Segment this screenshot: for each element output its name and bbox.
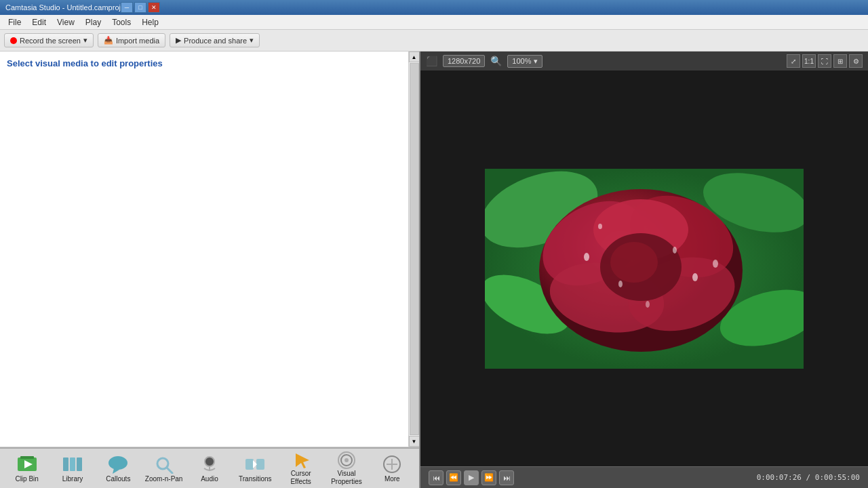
visual-properties-icon — [336, 451, 357, 470]
tool-transitions[interactable]: Transitions — [234, 451, 277, 486]
library-label: Library — [62, 475, 83, 483]
properties-area: Select visual media to edit properties ▲… — [0, 52, 419, 447]
svg-rect-12 — [245, 459, 254, 470]
visual-properties-label: Visual Properties — [326, 470, 366, 486]
produce-icon: ▶ — [176, 36, 181, 45]
preview-zoom-select[interactable]: 100% ▾ — [507, 55, 542, 68]
search-icon: 🔍 — [490, 56, 502, 66]
preview-fullscreen-btn[interactable]: ⛶ — [818, 54, 831, 68]
menu-view[interactable]: View — [52, 16, 80, 28]
library-icon — [62, 453, 83, 475]
clip-bin-icon — [16, 453, 38, 475]
svg-rect-3 — [63, 458, 68, 471]
import-button[interactable]: 📥 Import media — [98, 33, 165, 47]
tool-audio[interactable]: Audio — [188, 451, 231, 486]
import-icon: 📥 — [104, 36, 113, 45]
left-panel: Select visual media to edit properties ▲… — [0, 52, 420, 488]
svg-point-35 — [584, 253, 589, 261]
preview-actual-size-btn[interactable]: 1:1 — [802, 54, 816, 68]
minimize-button[interactable]: ─ — [121, 2, 133, 13]
cursor-effects-label: Cursor Effects — [281, 470, 321, 486]
svg-point-6 — [108, 456, 127, 470]
svg-point-39 — [598, 224, 602, 229]
audio-label: Audio — [201, 475, 218, 483]
scroll-down-button[interactable]: ▼ — [409, 436, 420, 447]
main-toolbar: Record the screen ▾ 📥 Import media ▶ Pro… — [0, 30, 868, 52]
svg-point-10 — [205, 457, 214, 466]
right-panel: ⬛ 868x488 🔍 100% ▾ ⤢ 1:1 ⛶ ⊞ ⚙ — [420, 52, 868, 488]
rewind-button[interactable]: ⏪ — [446, 470, 461, 485]
preview-settings-btn[interactable]: ⚙ — [849, 54, 863, 68]
svg-point-34 — [610, 242, 658, 283]
preview-icon-buttons: ⤢ 1:1 ⛶ ⊞ ⚙ — [787, 54, 863, 68]
title-bar: Camtasia Studio - Untitled.camproj ─ □ ✕ — [0, 0, 868, 15]
cursor-effects-icon — [290, 451, 312, 470]
scroll-thumb[interactable] — [410, 63, 419, 435]
window-controls: ─ □ ✕ — [121, 2, 160, 13]
skip-to-start-button[interactable]: ⏮ — [429, 470, 443, 485]
svg-marker-15 — [296, 453, 309, 468]
produce-label: Produce and share — [184, 37, 247, 45]
transitions-label: Transitions — [239, 475, 272, 483]
menu-file[interactable]: File — [3, 16, 26, 28]
tool-zoom-n-pan[interactable]: Zoom-n-Pan — [142, 451, 185, 486]
zoom-n-pan-label: Zoom-n-Pan — [145, 475, 183, 483]
app-title: Camtasia Studio - Untitled.camproj — [5, 3, 121, 12]
menu-play[interactable]: Play — [80, 16, 106, 28]
record-label: Record the screen — [20, 37, 81, 45]
preview-resolution[interactable]: 868x488 — [443, 55, 485, 67]
video-preview-frame — [485, 169, 804, 369]
svg-rect-13 — [256, 459, 264, 470]
tool-clip-bin[interactable]: Clip Bin — [5, 451, 48, 486]
playback-controls: ⏮ ⏪ ▶ ⏩ ⏭ 0:00:07:26 / 0:00:55:00 — [420, 466, 868, 488]
menu-bar: File Edit View Play Tools Help — [0, 15, 868, 30]
main-area: Select visual media to edit properties ▲… — [0, 52, 868, 488]
preview-detach-btn[interactable]: ⊞ — [833, 54, 847, 68]
produce-dropdown-icon: ▾ — [250, 36, 254, 45]
svg-rect-5 — [77, 458, 82, 471]
tools-panel: Clip Bin Library — [0, 447, 419, 488]
preview-canvas — [420, 70, 868, 466]
zoom-dropdown-icon: ▾ — [534, 57, 538, 66]
tool-cursor-effects[interactable]: Cursor Effects — [279, 451, 322, 486]
tool-library[interactable]: Library — [51, 451, 94, 486]
menu-help[interactable]: Help — [136, 16, 164, 28]
svg-point-41 — [713, 260, 718, 268]
close-button[interactable]: ✕ — [148, 2, 160, 13]
zoom-value: 100% — [512, 57, 531, 65]
preview-resolution-icon: ⬛ — [426, 56, 437, 66]
callouts-label: Callouts — [106, 475, 130, 483]
scroll-up-button[interactable]: ▲ — [409, 52, 420, 62]
svg-line-9 — [167, 468, 172, 473]
more-icon — [381, 453, 403, 475]
preview-fit-btn[interactable]: ⤢ — [787, 54, 800, 68]
time-display: 0:00:07:26 / 0:00:55:00 — [757, 473, 860, 482]
record-button[interactable]: Record the screen ▾ — [4, 33, 94, 47]
menu-tools[interactable]: Tools — [106, 16, 136, 28]
clip-bin-label: Clip Bin — [15, 475, 38, 483]
menu-edit[interactable]: Edit — [26, 16, 52, 28]
svg-point-38 — [692, 273, 698, 281]
fast-forward-button[interactable]: ⏩ — [481, 470, 496, 485]
properties-scrollbar[interactable]: ▲ ▼ — [408, 52, 419, 447]
audio-icon — [199, 453, 220, 475]
skip-to-end-button[interactable]: ⏭ — [499, 470, 514, 485]
play-pause-button[interactable]: ▶ — [464, 470, 479, 485]
transitions-icon — [244, 453, 266, 475]
flower-svg — [485, 169, 804, 369]
produce-button[interactable]: ▶ Produce and share ▾ — [170, 33, 260, 47]
tool-callouts[interactable]: Callouts — [97, 451, 140, 486]
svg-point-36 — [673, 247, 677, 253]
properties-prompt: Select visual media to edit properties — [7, 58, 412, 68]
svg-rect-4 — [70, 458, 75, 471]
tool-more[interactable]: More — [371, 451, 414, 486]
record-dropdown-icon: ▾ — [83, 36, 87, 45]
svg-point-40 — [646, 301, 650, 308]
svg-point-37 — [618, 281, 623, 287]
callouts-icon — [107, 453, 129, 475]
svg-point-18 — [344, 458, 349, 462]
maximize-button[interactable]: □ — [134, 2, 146, 13]
tool-visual-properties[interactable]: Visual Properties — [325, 451, 368, 486]
import-label: Import media — [116, 37, 159, 45]
zoom-n-pan-icon — [153, 453, 175, 475]
